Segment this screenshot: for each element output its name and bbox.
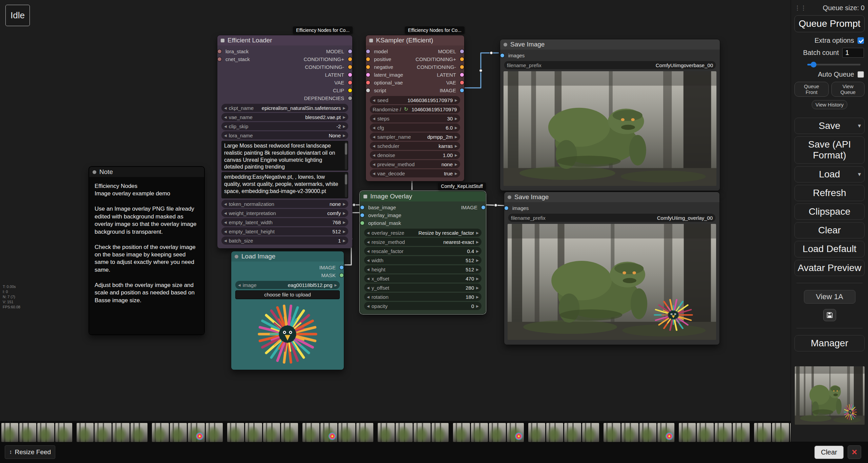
widget-prev-icon[interactable]: ◀ xyxy=(367,277,370,281)
widget-y_offset[interactable]: ◀y_offset280▶ xyxy=(364,284,481,292)
queue-prompt-button[interactable]: Queue Prompt xyxy=(794,15,865,32)
widget-next-icon[interactable]: ▶ xyxy=(343,134,346,137)
feed-clear-button[interactable]: Clear xyxy=(814,446,844,459)
feed-thumbnail[interactable] xyxy=(657,423,674,442)
widget-prev-icon[interactable]: ◀ xyxy=(224,239,227,243)
widget-next-icon[interactable]: ▶ xyxy=(455,126,457,130)
widget-next-icon[interactable]: ▶ xyxy=(343,220,346,224)
node-collapse-icon[interactable] xyxy=(93,170,96,174)
batch-count-slider[interactable] xyxy=(807,61,861,67)
widget-prev-icon[interactable]: ◀ xyxy=(224,106,227,110)
input-port-images[interactable] xyxy=(500,54,504,57)
widget-prev-icon[interactable]: ◀ xyxy=(367,304,370,308)
widget-next-icon[interactable]: ▶ xyxy=(455,162,457,166)
output-port-VAE[interactable] xyxy=(460,81,464,84)
node-collapse-icon[interactable] xyxy=(508,195,511,199)
widget-prev-icon[interactable]: ◀ xyxy=(373,153,375,157)
output-port-VAE[interactable] xyxy=(348,81,352,84)
widget-scheduler[interactable]: ◀schedulerkarras▶ xyxy=(370,142,460,150)
output-port-LATENT[interactable] xyxy=(460,73,464,77)
save-dropdown-icon[interactable]: ▼ xyxy=(857,123,862,129)
feed-thumbnail[interactable] xyxy=(378,423,395,442)
widget-seed[interactable]: ◀seed1046036195170979▶ xyxy=(370,96,460,104)
feed-thumbnail[interactable] xyxy=(320,423,337,442)
widget-next-icon[interactable]: ▶ xyxy=(343,124,346,128)
feed-thumbnail[interactable] xyxy=(263,423,280,442)
widget-prev-icon[interactable]: ◀ xyxy=(367,286,370,290)
feed-thumbnail[interactable] xyxy=(245,423,262,442)
node-titlebar[interactable]: Save Image xyxy=(504,192,719,202)
feed-thumbnail[interactable] xyxy=(113,423,130,442)
feed-thumbnail[interactable] xyxy=(396,423,413,442)
widget-next-icon[interactable]: ▶ xyxy=(343,211,346,215)
view-1a-button[interactable]: View 1A xyxy=(804,290,855,304)
feed-thumbnail[interactable] xyxy=(507,423,524,442)
node-titlebar[interactable]: Efficient Loader xyxy=(217,35,352,45)
widget-next-icon[interactable]: ▶ xyxy=(476,268,479,271)
widget-preview_method[interactable]: ◀preview_methodnone▶ xyxy=(370,160,460,168)
feed-thumbnail[interactable] xyxy=(19,423,36,442)
clear-button[interactable]: Clear xyxy=(794,222,865,238)
extra-options-checkbox[interactable] xyxy=(857,37,864,44)
input-port-latent_image[interactable] xyxy=(366,73,370,77)
positive-prompt[interactable]: Large Moss beast redwood forest landscap… xyxy=(221,141,348,171)
reseed-button[interactable]: Randomize /↻1046036195170979 xyxy=(370,105,460,113)
upload-button[interactable]: choose file to upload xyxy=(235,290,340,299)
avatar-preview-button[interactable]: Avatar Preview xyxy=(794,260,865,276)
load-button[interactable]: Load ▼ xyxy=(794,166,865,182)
node-note[interactable]: NoteEfficiency Nodes Image overlay examp… xyxy=(88,166,205,335)
output-port-CONDITIONING+[interactable] xyxy=(348,57,352,61)
widget-next-icon[interactable]: ▶ xyxy=(334,283,337,287)
feed-thumbnail[interactable] xyxy=(37,423,54,442)
view-history-button[interactable]: View History xyxy=(812,100,847,109)
feed-thumbnail[interactable] xyxy=(338,423,355,442)
widget-filename_prefix[interactable]: filename_prefixComfyUIimg_overlay_00 xyxy=(508,214,715,222)
output-port-MODEL[interactable] xyxy=(460,50,464,53)
feed-close-button[interactable]: × xyxy=(848,445,861,459)
save-button[interactable]: Save ▼ xyxy=(794,118,865,134)
node-collapse-icon[interactable] xyxy=(221,39,224,42)
output-port-IMAGE[interactable] xyxy=(481,206,485,209)
widget-height[interactable]: ◀height512▶ xyxy=(364,265,481,273)
widget-next-icon[interactable]: ▶ xyxy=(455,144,457,148)
feed-thumbnail[interactable] xyxy=(55,423,72,442)
widget-prev-icon[interactable]: ◀ xyxy=(373,135,375,139)
output-port-CONDITIONING+[interactable] xyxy=(460,57,464,61)
widget-next-icon[interactable]: ▶ xyxy=(476,286,479,290)
widget-rescale_factor[interactable]: ◀rescale_factor0.4▶ xyxy=(364,247,481,255)
save-api-format-button[interactable]: Save (API Format) xyxy=(794,136,865,163)
widget-prev-icon[interactable]: ◀ xyxy=(373,172,375,175)
widget-image[interactable]: ◀imageeag00118bl512.png▶ xyxy=(235,281,340,289)
feed-thumbnail[interactable] xyxy=(528,423,545,442)
widget-next-icon[interactable]: ▶ xyxy=(343,106,346,110)
feed-thumbnail[interactable] xyxy=(489,423,506,442)
node-load-image[interactable]: Load ImageIMAGEMASK◀imageeag00118bl512.p… xyxy=(231,251,344,370)
widget-prev-icon[interactable]: ◀ xyxy=(367,295,370,299)
load-dropdown-icon[interactable]: ▼ xyxy=(857,171,862,177)
feed-thumbnail[interactable] xyxy=(414,423,431,442)
input-port-model[interactable] xyxy=(366,50,370,53)
widget-next-icon[interactable]: ▶ xyxy=(476,231,479,235)
widget-next-icon[interactable]: ▶ xyxy=(476,240,479,244)
batch-count-input[interactable] xyxy=(842,48,864,58)
widget-token_normalization[interactable]: ◀token_normalizationnone▶ xyxy=(221,200,348,208)
feed-thumbnail[interactable] xyxy=(77,423,94,442)
input-port-overlay_image[interactable] xyxy=(360,213,364,217)
feed-thumbnail[interactable] xyxy=(604,423,620,442)
textarea-scrollbar[interactable] xyxy=(345,142,347,170)
feed-thumbnail[interactable] xyxy=(715,423,732,442)
widget-rotation[interactable]: ◀rotation180▶ xyxy=(364,293,481,301)
auto-queue-checkbox[interactable] xyxy=(857,71,864,78)
widget-prev-icon[interactable]: ◀ xyxy=(367,231,370,235)
node-titlebar[interactable]: Load Image xyxy=(231,251,344,262)
feed-thumbnail[interactable] xyxy=(302,423,319,442)
widget-empty_latent_height[interactable]: ◀empty_latent_height512▶ xyxy=(221,227,348,235)
widget-denoise[interactable]: ◀denoise1.00▶ xyxy=(370,151,460,159)
widget-prev-icon[interactable]: ◀ xyxy=(224,115,227,119)
scrollbar-thumb[interactable] xyxy=(345,174,347,185)
widget-batch_size[interactable]: ◀batch_size1▶ xyxy=(221,236,348,245)
feed-thumbnail[interactable] xyxy=(95,423,112,442)
node-ksampler[interactable]: KSampler (Efficient)modelMODELpositiveCO… xyxy=(366,35,465,181)
widget-prev-icon[interactable]: ◀ xyxy=(367,258,370,262)
input-port-images[interactable] xyxy=(505,206,508,210)
